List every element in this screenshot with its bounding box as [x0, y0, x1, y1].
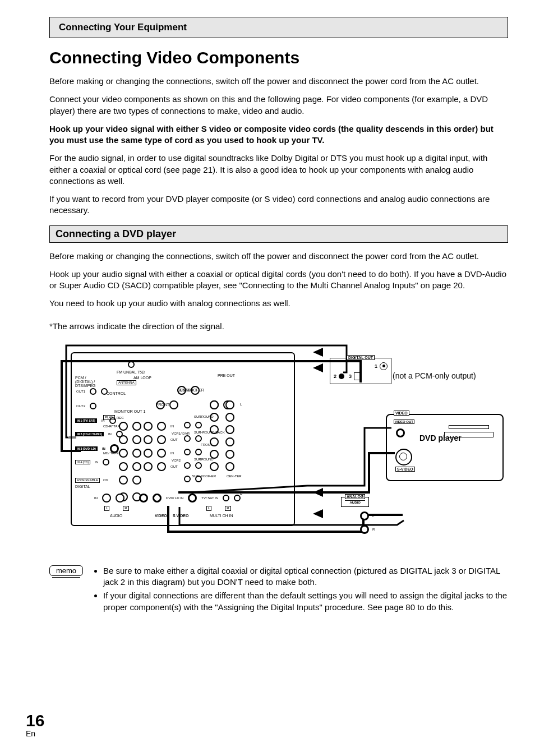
jack-icon	[119, 449, 128, 458]
jack-icon	[157, 449, 166, 458]
jack-icon	[225, 462, 234, 471]
jack-icon	[132, 422, 141, 431]
jack-icon	[195, 476, 202, 482]
jack-optical-icon	[339, 374, 344, 379]
label-not-pcm: (not a PCM-only output)	[393, 371, 476, 380]
jack-icon	[144, 449, 153, 458]
jack-icon	[144, 435, 153, 444]
memo-item: If your digital connections are differen…	[103, 590, 508, 613]
jack-coax-icon	[380, 362, 388, 370]
jack-icon	[225, 425, 234, 434]
analog-jacks: L R	[360, 511, 375, 534]
jack-icon	[210, 400, 219, 409]
jack-dvd-svideo-icon	[153, 494, 162, 503]
label-play: PLAY	[103, 415, 115, 420]
connection-diagram: PCM / (DIGITAL) / DTS/MPEG ANTENNA FM UN…	[49, 341, 508, 548]
jack-video-icon	[396, 428, 405, 437]
label-digital: DIGITAL	[75, 485, 90, 488]
jack-icon	[195, 435, 202, 442]
receiver-panel: PCM / (DIGITAL) / DTS/MPEG ANTENNA FM UN…	[71, 352, 295, 526]
jack-icon	[119, 422, 128, 431]
jack-icon	[210, 462, 219, 471]
paragraph: Hook up your audio signal with either a …	[49, 269, 508, 292]
jack-icon	[184, 449, 191, 455]
jack-icon	[184, 422, 191, 428]
subsection-title: Connecting a DVD player	[56, 228, 176, 239]
jack-icon	[195, 449, 202, 455]
jack-icon	[195, 422, 202, 428]
label-svideo: S-VIDEO	[395, 467, 415, 472]
label-assignable: ASSIGNABLE	[75, 478, 100, 483]
paragraph: Before making or changing the connection…	[49, 251, 508, 262]
jack-icon	[188, 494, 197, 503]
jack-icon	[144, 422, 153, 431]
label-antenna: ANTENNA	[117, 380, 136, 385]
paragraph: Connect your video components as shown o…	[49, 94, 508, 117]
jack-icon	[144, 462, 153, 471]
label-pcm: PCM / (DIGITAL) / DTS/MPEG	[75, 376, 96, 388]
label-am: AM LOOP	[133, 376, 151, 380]
label-preout: PRE OUT	[218, 374, 235, 377]
jack-icon	[223, 495, 229, 501]
jack-icon	[102, 494, 111, 503]
jack-icon	[90, 403, 96, 409]
jack-icon	[132, 476, 141, 485]
label-video-out: VIDEO OUT	[394, 420, 414, 424]
jack-icon	[184, 462, 191, 469]
label-fm: FM UNBAL 75Ω	[117, 370, 145, 374]
jack-icon	[128, 361, 135, 368]
jack-icon	[225, 450, 234, 459]
jack-icon	[184, 476, 191, 482]
jack-icon	[132, 462, 141, 471]
label-control: CONTROL	[107, 391, 126, 395]
memo-badge: memo	[49, 565, 83, 576]
memo-list: Be sure to make either a digital coaxial…	[93, 565, 508, 615]
memo-block: memo Be sure to make either a digital co…	[49, 565, 508, 615]
jack-svideo-icon	[395, 449, 412, 465]
paragraph: For the audio signal, in order to use di…	[49, 153, 508, 187]
jack-optical-icon	[354, 372, 362, 380]
jack-audio-r-icon	[360, 525, 369, 534]
label-audio: AUDIO	[110, 514, 122, 518]
jack-dvd-video-icon	[139, 494, 148, 503]
section-title: Connecting Your Equipment	[59, 22, 187, 33]
label-digital-out: DIGITAL OUT	[347, 355, 375, 360]
jack-icon	[184, 435, 191, 442]
label-dvd-player: DVD player	[419, 434, 462, 442]
jack-icon	[119, 462, 128, 471]
jack-audio-l-icon	[360, 511, 369, 520]
paragraph: Before making or changing the connection…	[49, 76, 508, 87]
label-monitor: MONITOR OUT 1	[114, 409, 145, 413]
label-video: VIDEO	[394, 411, 409, 416]
label-multich: MULTI CH IN	[210, 514, 233, 518]
subsection-header: Connecting a DVD player	[49, 225, 508, 243]
dvd-slot-icon	[449, 425, 489, 429]
dvd-player-box: VIDEO VIDEO OUT S-VIDEO	[386, 414, 504, 481]
intro-text: Before making or changing the connection…	[49, 76, 508, 216]
paragraph-bold: Hook up your video signal with either S …	[49, 123, 508, 146]
jack-icon	[132, 449, 141, 458]
jack-icon	[225, 400, 234, 409]
jack-icon	[119, 435, 128, 444]
jack-icon	[157, 422, 166, 431]
jack-icon	[225, 413, 234, 422]
page-title: Connecting Video Components	[49, 48, 508, 67]
paragraph: If you want to record from your DVD play…	[49, 193, 508, 216]
label-rec: REC	[117, 416, 124, 420]
page-number: 16 En	[26, 712, 44, 738]
jack-icon	[234, 495, 241, 501]
label-video: VIDEO	[155, 514, 167, 518]
section-header: Connecting Your Equipment	[49, 17, 508, 38]
jack-icon	[116, 494, 124, 503]
note: *The arrows indicate the direction of th…	[49, 321, 508, 332]
jack-icon	[169, 400, 178, 409]
digital-out-box: DIGITAL OUT 1 2 3	[330, 358, 391, 384]
jack-icon	[119, 476, 128, 485]
page-lang: En	[26, 729, 44, 738]
memo-item: Be sure to make either a digital coaxial…	[103, 565, 508, 588]
page-number-value: 16	[26, 712, 44, 729]
jack-icon	[225, 437, 234, 446]
label-svideo: S VIDEO	[173, 514, 188, 518]
jack-icon	[132, 435, 141, 444]
jack-icon	[195, 462, 202, 469]
